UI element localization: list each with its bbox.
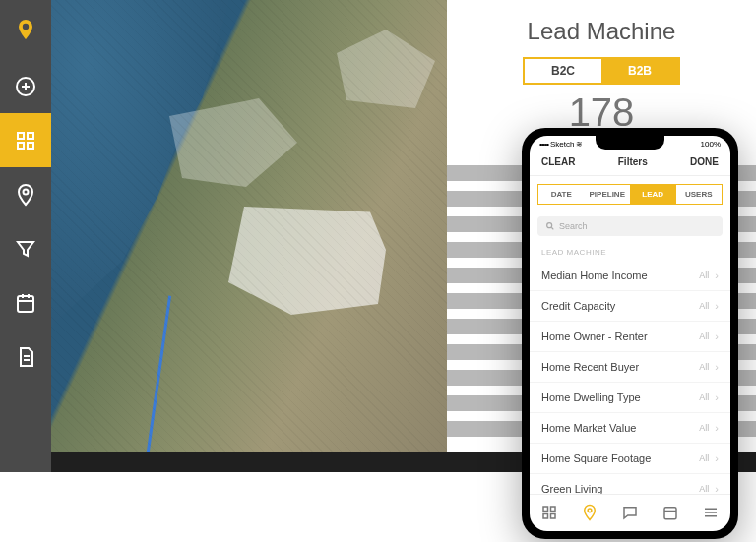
panel-title: Lead Machine [447, 18, 756, 45]
svg-rect-7 [18, 296, 33, 312]
filter-item-home-market-value[interactable]: Home Market ValueAll› [530, 413, 730, 444]
sidebar-pin[interactable] [0, 167, 51, 221]
navbar: CLEAR Filters DONE [530, 152, 730, 176]
grid-icon [14, 129, 37, 152]
tab-users[interactable]: USERS [676, 185, 723, 204]
svg-rect-2 [18, 133, 24, 139]
svg-rect-5 [28, 143, 33, 149]
chevron-right-icon: › [715, 300, 719, 312]
sidebar-document[interactable] [0, 330, 51, 384]
leads-count: 178 [447, 92, 756, 132]
map-development-area [169, 98, 297, 187]
menu-icon [702, 504, 720, 521]
grid-icon [540, 504, 558, 521]
filter-item-home-dwelling-type[interactable]: Home Dwelling TypeAll› [530, 383, 730, 413]
filter-tabs: DATE PIPELINE LEAD USERS [537, 184, 723, 205]
sidebar-logo[interactable] [0, 0, 51, 59]
statusbar-battery: 100% [701, 140, 721, 149]
segment-control: B2C B2B [523, 57, 680, 85]
svg-rect-11 [543, 513, 548, 518]
svg-rect-3 [28, 133, 33, 139]
chevron-right-icon: › [715, 331, 719, 342]
svg-point-0 [23, 24, 29, 30]
chevron-right-icon: › [715, 270, 719, 281]
filter-item-home-owner-renter[interactable]: Home Owner - RenterAll› [530, 322, 730, 352]
document-icon [14, 345, 37, 369]
chevron-right-icon: › [715, 452, 719, 464]
navbar-done[interactable]: DONE [690, 156, 719, 167]
signal-icon: ••••• [539, 140, 548, 149]
filter-item-home-square-footage[interactable]: Home Square FootageAll› [530, 444, 730, 474]
calendar-icon [14, 291, 37, 315]
calendar-icon [662, 504, 679, 521]
segment-b2b[interactable]: B2B [601, 59, 678, 83]
svg-point-13 [588, 508, 592, 512]
pin-icon [581, 504, 598, 521]
sidebar-grid[interactable] [0, 113, 51, 167]
phone-notch [596, 136, 664, 150]
svg-point-6 [24, 189, 29, 194]
filter-item-credit-capacity[interactable]: Credit CapacityAll› [530, 291, 730, 322]
navbar-clear[interactable]: CLEAR [541, 156, 575, 167]
sidebar-add[interactable] [0, 59, 51, 113]
chevron-right-icon: › [715, 422, 719, 434]
svg-rect-9 [543, 507, 548, 512]
tabbar-pin[interactable] [581, 504, 598, 523]
tabbar-calendar[interactable] [662, 504, 679, 523]
pin-logo-icon [14, 18, 37, 41]
sidebar-filter[interactable] [0, 221, 51, 275]
filter-item-green-living[interactable]: Green LivingAll› [530, 474, 730, 494]
svg-point-8 [547, 223, 552, 228]
navbar-title: Filters [618, 156, 648, 167]
tabbar [530, 494, 730, 531]
svg-rect-4 [18, 143, 24, 149]
map-development-area [337, 30, 435, 108]
tab-pipeline[interactable]: PIPELINE [585, 185, 631, 204]
svg-rect-12 [551, 513, 556, 518]
search-icon [545, 221, 555, 231]
tab-lead[interactable]: LEAD [630, 185, 676, 204]
map-water [51, 0, 229, 326]
chevron-right-icon: › [715, 483, 719, 494]
sidebar [0, 0, 51, 472]
chat-icon [621, 504, 639, 521]
carrier: Sketch [550, 140, 574, 149]
search-input[interactable]: Search [537, 216, 723, 236]
chevron-right-icon: › [715, 361, 719, 373]
plus-circle-icon [14, 75, 37, 98]
wifi-icon: ≋ [576, 140, 583, 149]
tabbar-grid[interactable] [540, 504, 558, 523]
map-satellite-view[interactable] [51, 0, 447, 452]
map-development-area [228, 207, 386, 315]
tabbar-chat[interactable] [621, 504, 639, 523]
tabbar-menu[interactable] [702, 504, 720, 523]
section-header: LEAD MACHINE [530, 242, 730, 261]
tab-date[interactable]: DATE [538, 185, 585, 204]
svg-rect-10 [551, 507, 556, 512]
phone-mockup: •••••Sketch ≋ 9:41 AM 100% CLEAR Filters… [522, 128, 738, 539]
pin-outline-icon [14, 183, 37, 207]
segment-b2c[interactable]: B2C [525, 59, 601, 83]
filter-list: Median Home IncomeAll› Credit CapacityAl… [530, 261, 730, 494]
sidebar-calendar[interactable] [0, 275, 51, 330]
svg-rect-14 [664, 507, 676, 518]
chevron-right-icon: › [715, 391, 719, 403]
phone-screen: •••••Sketch ≋ 9:41 AM 100% CLEAR Filters… [530, 136, 730, 531]
filter-item-median-home-income[interactable]: Median Home IncomeAll› [530, 261, 730, 291]
search-placeholder: Search [559, 221, 588, 231]
map-road [147, 296, 171, 452]
funnel-icon [14, 237, 37, 261]
filter-item-home-recent-buyer[interactable]: Home Recent BuyerAll› [530, 352, 730, 383]
